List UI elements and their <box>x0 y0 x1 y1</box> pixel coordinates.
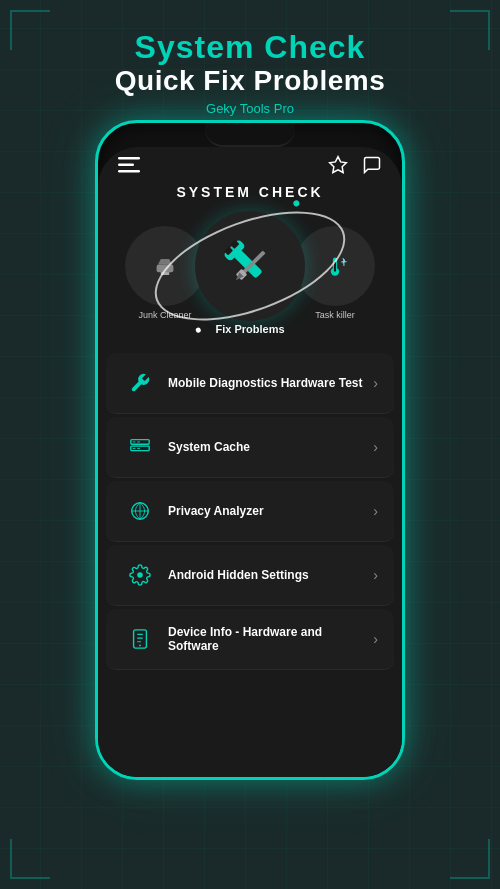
hamburger-menu-icon[interactable] <box>118 157 140 178</box>
menu-item-diagnostics[interactable]: Mobile Diagnostics Hardware Test › <box>106 353 394 414</box>
svg-rect-23 <box>137 442 140 443</box>
menu-item-cache[interactable]: System Cache › <box>106 417 394 478</box>
fix-problems-label: Fix Problems <box>215 323 284 335</box>
cache-label: System Cache <box>168 440 373 454</box>
header-subtitle: Geky Tools Pro <box>20 101 480 116</box>
hidden-icon-box <box>122 557 158 593</box>
svg-rect-22 <box>133 442 136 443</box>
svg-point-28 <box>137 572 143 578</box>
diagnostics-chevron: › <box>373 375 378 391</box>
header-title-white: Quick Fix Problems <box>20 65 480 97</box>
menu-item-privacy[interactable]: Privacy Analyzer › <box>106 481 394 542</box>
system-check-title: SYSTEM CHECK <box>108 184 392 200</box>
menu-item-hidden[interactable]: Android Hidden Settings › <box>106 545 394 606</box>
privacy-icon-box <box>122 493 158 529</box>
svg-rect-2 <box>118 170 140 173</box>
hidden-label: Android Hidden Settings <box>168 568 373 582</box>
privacy-chevron: › <box>373 503 378 519</box>
page-header: System Check Quick Fix Problems Geky Too… <box>0 0 500 128</box>
nav-right-icons <box>328 155 382 180</box>
device-icon-box <box>122 621 158 657</box>
svg-rect-1 <box>118 164 134 167</box>
svg-rect-0 <box>118 157 140 160</box>
task-killer-label: Task killer <box>315 310 355 320</box>
cache-chevron: › <box>373 439 378 455</box>
task-killer-icon-circle[interactable] <box>295 226 375 306</box>
svg-marker-3 <box>330 157 347 173</box>
corner-decoration-bl <box>10 839 50 879</box>
menu-list: Mobile Diagnostics Hardware Test › Syste… <box>98 346 402 677</box>
menu-item-device[interactable]: Device Info - Hardware and Software › <box>106 609 394 670</box>
junk-cleaner-icon-circle[interactable] <box>125 226 205 306</box>
svg-point-33 <box>139 645 141 647</box>
cache-icon-box <box>122 429 158 465</box>
device-chevron: › <box>373 631 378 647</box>
svg-rect-26 <box>137 448 140 449</box>
chat-icon[interactable] <box>362 155 382 180</box>
device-label: Device Info - Hardware and Software <box>168 625 373 653</box>
star-icon[interactable] <box>328 155 348 180</box>
header-title-cyan: System Check <box>20 30 480 65</box>
svg-rect-25 <box>133 448 136 449</box>
phone-mockup: SYSTEM CHECK Junk Cleaner <box>95 120 405 780</box>
corner-decoration-br <box>450 839 490 879</box>
diagnostics-icon-box <box>122 365 158 401</box>
hidden-chevron: › <box>373 567 378 583</box>
phone-screen: SYSTEM CHECK Junk Cleaner <box>98 147 402 780</box>
fix-problems-icon-circle[interactable] <box>195 211 305 321</box>
phone-notch <box>205 123 295 147</box>
main-icons-row: Junk Cleaner <box>108 208 392 338</box>
diagnostics-label: Mobile Diagnostics Hardware Test <box>168 376 373 390</box>
privacy-label: Privacy Analyzer <box>168 504 373 518</box>
junk-cleaner-label: Junk Cleaner <box>138 310 191 320</box>
system-check-section: SYSTEM CHECK Junk Cleaner <box>98 184 402 346</box>
nav-bar <box>98 147 402 184</box>
svg-rect-16 <box>334 262 336 272</box>
svg-rect-5 <box>157 265 174 273</box>
